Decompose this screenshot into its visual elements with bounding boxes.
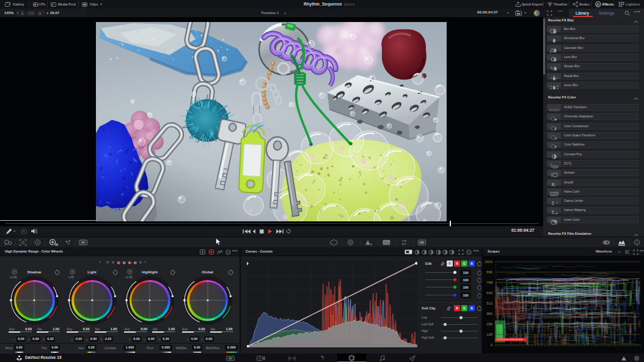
- svg-text:a: a: [370, 242, 373, 246]
- svg-text:384: 384: [486, 312, 492, 316]
- svg-text:0: 0: [491, 343, 492, 347]
- svg-text:256: 256: [486, 322, 492, 326]
- svg-text:128: 128: [486, 333, 492, 336]
- svg-text:640: 640: [486, 291, 492, 295]
- svg-text:fx: fx: [597, 2, 600, 6]
- svg-text:768: 768: [486, 281, 492, 284]
- svg-text:512: 512: [486, 301, 492, 305]
- svg-text:1023: 1023: [485, 260, 492, 264]
- svg-text:HDR: HDR: [55, 243, 58, 246]
- svg-text:T: T: [557, 202, 558, 205]
- svg-text:896: 896: [486, 270, 492, 274]
- svg-text:ACES: ACES: [549, 108, 559, 112]
